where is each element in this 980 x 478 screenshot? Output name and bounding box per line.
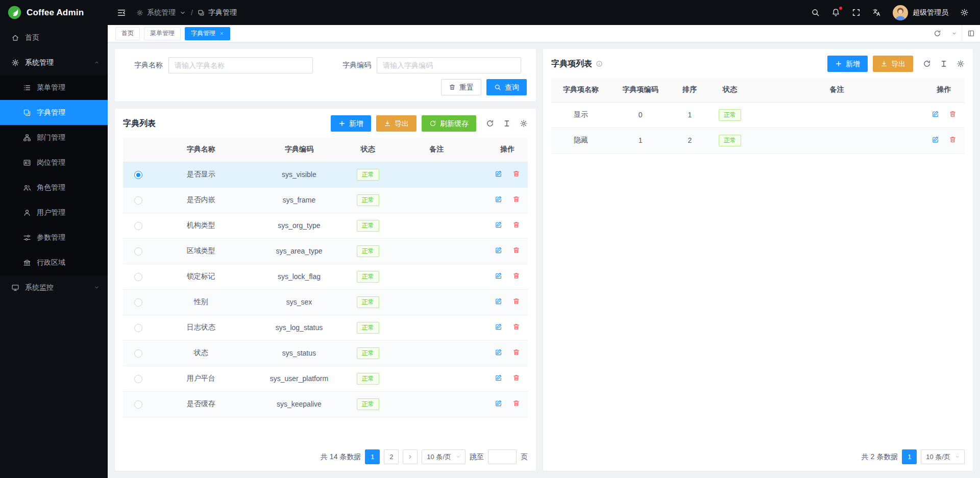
- edit-icon[interactable]: [932, 136, 939, 143]
- dict-name-input[interactable]: [168, 57, 313, 73]
- close-icon[interactable]: [219, 31, 224, 36]
- reset-button[interactable]: 重置: [441, 79, 481, 95]
- edit-icon[interactable]: [495, 246, 502, 254]
- settings-gear-icon[interactable]: [960, 8, 969, 17]
- edit-icon[interactable]: [495, 272, 502, 280]
- notifications-button[interactable]: [831, 8, 840, 17]
- delete-icon[interactable]: [512, 297, 520, 305]
- page-1-button[interactable]: 1: [365, 449, 380, 464]
- sidebar-item-system[interactable]: 系统管理: [0, 50, 108, 75]
- column-settings-icon[interactable]: [520, 119, 528, 128]
- edit-icon[interactable]: [495, 374, 502, 382]
- row-select-radio[interactable]: [134, 349, 142, 358]
- sidebar-item-param-mgmt[interactable]: 参数管理: [0, 225, 108, 250]
- delete-icon[interactable]: [949, 136, 957, 143]
- delete-icon[interactable]: [512, 374, 520, 382]
- sidebar-item-dict-mgmt[interactable]: 字典管理: [0, 100, 108, 125]
- row-select-radio[interactable]: [134, 196, 142, 205]
- page-1-button[interactable]: 1: [902, 449, 917, 464]
- row-select-radio[interactable]: [134, 222, 142, 230]
- dict-item-row[interactable]: 显示 0 1 正常: [551, 102, 965, 128]
- dict-table-row[interactable]: 是否缓存 sys_keepalive 正常: [123, 391, 528, 417]
- dict-table-row[interactable]: 是否显示 sys_visible 正常: [123, 162, 528, 187]
- export-button[interactable]: 导出: [873, 56, 913, 72]
- sidebar-item-user-mgmt[interactable]: 用户管理: [0, 200, 108, 225]
- delete-icon[interactable]: [512, 195, 520, 203]
- row-select-radio[interactable]: [134, 273, 142, 281]
- tab-home[interactable]: 首页: [115, 27, 140, 40]
- chevron-right-icon: [407, 454, 413, 460]
- delete-icon[interactable]: [949, 110, 957, 118]
- row-select-radio[interactable]: [134, 247, 142, 256]
- edit-icon[interactable]: [932, 110, 939, 118]
- sidebar-item-post-mgmt[interactable]: 岗位管理: [0, 150, 108, 175]
- plus-icon: [338, 120, 346, 127]
- sidebar-item-role-mgmt[interactable]: 角色管理: [0, 175, 108, 200]
- delete-icon[interactable]: [512, 170, 520, 178]
- edit-icon[interactable]: [495, 195, 502, 203]
- app-logo[interactable]: Coffee Admin: [0, 0, 108, 25]
- translate-icon[interactable]: [872, 8, 881, 17]
- row-select-radio[interactable]: [134, 324, 142, 332]
- tab-actions-dropdown[interactable]: [946, 25, 962, 42]
- row-select-radio[interactable]: [134, 375, 142, 383]
- dict-table-row[interactable]: 机构类型 sys_org_type 正常: [123, 213, 528, 238]
- delete-icon[interactable]: [512, 323, 520, 331]
- dict-table-row[interactable]: 性别 sys_sex 正常: [123, 289, 528, 315]
- dict-table-row[interactable]: 用户平台 sys_user_platform 正常: [123, 366, 528, 391]
- dict-items-table: 字典项名称 字典项编码 排序 状态 备注 操作 显示 0 1 正常: [551, 78, 965, 154]
- edit-icon[interactable]: [495, 348, 502, 356]
- row-select-radio[interactable]: [134, 171, 142, 179]
- delete-icon[interactable]: [512, 272, 520, 280]
- add-button[interactable]: 新增: [827, 56, 868, 72]
- row-select-radio[interactable]: [134, 400, 142, 409]
- dict-item-row[interactable]: 隐藏 1 2 正常: [551, 128, 965, 153]
- dict-name-label: 字典名称: [124, 61, 163, 70]
- refresh-cache-button[interactable]: 刷新缓存: [422, 115, 476, 132]
- dict-code-input[interactable]: [377, 57, 521, 73]
- column-settings-icon[interactable]: [957, 60, 965, 68]
- delete-icon[interactable]: [512, 221, 520, 229]
- content-fullscreen-button[interactable]: [962, 25, 980, 42]
- refresh-icon[interactable]: [923, 60, 931, 68]
- refresh-tab-button[interactable]: [928, 25, 946, 42]
- row-select-radio[interactable]: [134, 298, 142, 307]
- edit-icon[interactable]: [495, 170, 502, 178]
- dict-table-row[interactable]: 日志状态 sys_log_status 正常: [123, 315, 528, 340]
- dict-table-row[interactable]: 区域类型 sys_area_type 正常: [123, 238, 528, 264]
- refresh-icon[interactable]: [486, 119, 494, 128]
- breadcrumb-system[interactable]: 系统管理: [136, 8, 186, 17]
- edit-icon[interactable]: [495, 221, 502, 229]
- density-icon[interactable]: [503, 119, 511, 128]
- next-page-button[interactable]: [403, 449, 418, 464]
- dict-table-row[interactable]: 状态 sys_status 正常: [123, 340, 528, 366]
- fullscreen-icon[interactable]: [852, 8, 861, 17]
- export-button[interactable]: 导出: [376, 115, 416, 132]
- search-button[interactable]: 查询: [486, 79, 527, 95]
- page-size-select[interactable]: 10 条/页: [422, 449, 465, 464]
- page-size-select[interactable]: 10 条/页: [921, 449, 965, 464]
- add-button[interactable]: 新增: [331, 115, 371, 132]
- info-icon[interactable]: [596, 60, 603, 67]
- tab-menu-mgmt[interactable]: 菜单管理: [144, 27, 181, 40]
- delete-icon[interactable]: [512, 246, 520, 254]
- edit-icon[interactable]: [495, 399, 502, 407]
- edit-icon[interactable]: [495, 323, 502, 331]
- delete-icon[interactable]: [512, 348, 520, 356]
- sidebar-item-region-mgmt[interactable]: 行政区域: [0, 250, 108, 275]
- sidebar-item-monitor[interactable]: 系统监控: [0, 275, 108, 300]
- delete-icon[interactable]: [512, 399, 520, 407]
- sidebar-item-home[interactable]: 首页: [0, 25, 108, 50]
- density-icon[interactable]: [940, 60, 948, 68]
- search-icon[interactable]: [811, 8, 820, 17]
- jump-page-input[interactable]: [488, 449, 517, 464]
- sidebar-collapse-icon[interactable]: [117, 8, 126, 17]
- edit-icon[interactable]: [495, 297, 502, 305]
- sidebar-item-menu-mgmt[interactable]: 菜单管理: [0, 75, 108, 100]
- dict-table-row[interactable]: 锁定标记 sys_lock_flag 正常: [123, 264, 528, 289]
- tab-dict-mgmt[interactable]: 字典管理: [185, 27, 230, 40]
- sidebar-item-dept-mgmt[interactable]: 部门管理: [0, 125, 108, 150]
- user-menu[interactable]: 超级管理员: [893, 5, 948, 20]
- page-2-button[interactable]: 2: [384, 449, 399, 464]
- dict-table-row[interactable]: 是否内嵌 sys_frame 正常: [123, 187, 528, 213]
